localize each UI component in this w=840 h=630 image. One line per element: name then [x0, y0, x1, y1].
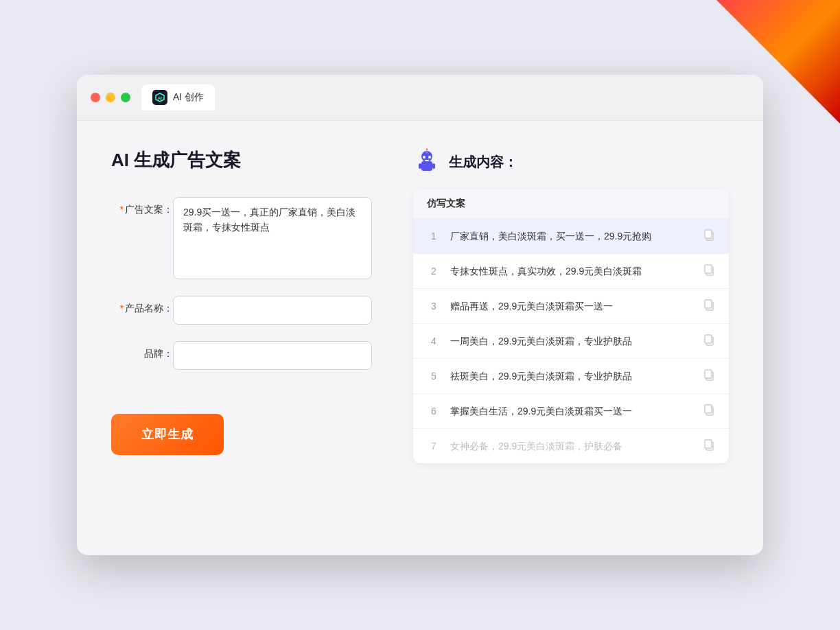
robot-icon	[413, 148, 441, 176]
brand-input[interactable]: 好白	[173, 341, 372, 370]
table-row: 6掌握美白生活，29.9元美白淡斑霜买一送一	[413, 394, 729, 429]
copy-icon[interactable]	[703, 369, 715, 384]
result-header: 生成内容：	[413, 148, 729, 176]
copy-icon[interactable]	[703, 299, 715, 314]
main-content: AI 生成广告文案 *广告文案： 29.9买一送一，真正的厂家直销，美白淡斑霜，…	[77, 121, 763, 491]
svg-rect-7	[419, 163, 421, 169]
left-panel: AI 生成广告文案 *广告文案： 29.9买一送一，真正的厂家直销，美白淡斑霜，…	[111, 148, 372, 463]
minimize-button[interactable]	[106, 93, 115, 102]
title-bar: AI AI 创作	[77, 75, 763, 121]
row-number: 5	[427, 371, 441, 382]
label-ad-copy: *广告文案：	[111, 197, 173, 216]
svg-rect-17	[705, 300, 712, 308]
ai-tab-icon: AI	[152, 90, 167, 105]
copy-icon[interactable]	[703, 404, 715, 419]
browser-window: AI AI 创作 AI 生成广告文案 *广告文案： 29.9买一送一，真正的厂家…	[77, 75, 763, 555]
svg-rect-8	[432, 163, 435, 169]
table-row: 3赠品再送，29.9元美白淡斑霜买一送一	[413, 289, 729, 324]
svg-rect-15	[705, 265, 712, 273]
table-row: 2专抹女性斑点，真实功效，29.9元美白淡斑霜	[413, 254, 729, 289]
row-text: 一周美白，29.9元美白淡斑霜，专业护肤品	[450, 334, 693, 349]
row-number: 3	[427, 301, 441, 312]
row-text: 女神必备，29.9元美白淡斑霜，护肤必备	[450, 439, 693, 454]
svg-rect-21	[705, 370, 712, 378]
table-row: 5祛斑美白，29.9元美白淡斑霜，专业护肤品	[413, 359, 729, 394]
svg-point-5	[428, 156, 431, 159]
row-number: 7	[427, 441, 441, 452]
tab-label: AI 创作	[173, 91, 204, 104]
table-row: 4一周美白，29.9元美白淡斑霜，专业护肤品	[413, 324, 729, 359]
row-text: 祛斑美白，29.9元美白淡斑霜，专业护肤品	[450, 369, 693, 384]
copy-icon[interactable]	[703, 229, 715, 244]
generate-button[interactable]: 立即生成	[111, 414, 224, 455]
row-number: 6	[427, 406, 441, 417]
copy-icon[interactable]	[703, 334, 715, 349]
result-title: 生成内容：	[449, 153, 517, 172]
maximize-button[interactable]	[121, 93, 130, 102]
copy-icon[interactable]	[703, 439, 715, 454]
form-group-ad-copy: *广告文案： 29.9买一送一，真正的厂家直销，美白淡斑霜，专抹女性斑点	[111, 197, 372, 279]
svg-rect-6	[425, 160, 429, 161]
svg-point-4	[423, 156, 425, 159]
svg-text:AI: AI	[158, 96, 162, 100]
window-controls	[91, 93, 130, 102]
results-container: 1厂家直销，美白淡斑霜，买一送一，29.9元抢购 2专抹女性斑点，真实功效，29…	[413, 219, 729, 463]
row-number: 1	[427, 231, 441, 242]
row-number: 4	[427, 336, 441, 347]
label-product-name: *产品名称：	[111, 296, 173, 315]
svg-rect-19	[705, 335, 712, 343]
label-brand: 品牌：	[111, 341, 173, 360]
form-group-product-name: *产品名称： 美白淡斑霜	[111, 296, 372, 325]
svg-point-9	[425, 151, 428, 154]
table-row: 1厂家直销，美白淡斑霜，买一送一，29.9元抢购	[413, 219, 729, 254]
row-text: 专抹女性斑点，真实功效，29.9元美白淡斑霜	[450, 264, 693, 279]
row-text: 厂家直销，美白淡斑霜，买一送一，29.9元抢购	[450, 229, 693, 244]
row-text: 掌握美白生活，29.9元美白淡斑霜买一送一	[450, 404, 693, 419]
svg-rect-25	[705, 440, 712, 448]
right-panel: 生成内容： 仿写文案 1厂家直销，美白淡斑霜，买一送一，29.9元抢购 2专抹女…	[413, 148, 729, 463]
ad-copy-input[interactable]: 29.9买一送一，真正的厂家直销，美白淡斑霜，专抹女性斑点	[173, 197, 372, 279]
row-number: 2	[427, 266, 441, 277]
svg-point-11	[426, 148, 428, 150]
required-star-2: *	[120, 303, 124, 314]
table-row: 7女神必备，29.9元美白淡斑霜，护肤必备	[413, 429, 729, 463]
product-name-input[interactable]: 美白淡斑霜	[173, 296, 372, 325]
svg-rect-13	[705, 230, 712, 238]
page-title: AI 生成广告文案	[111, 148, 372, 172]
svg-rect-3	[421, 161, 432, 171]
svg-rect-23	[705, 405, 712, 413]
table-header: 仿写文案	[413, 189, 729, 219]
tab-ai-creation[interactable]: AI AI 创作	[141, 84, 215, 110]
copy-icon[interactable]	[703, 264, 715, 279]
row-text: 赠品再送，29.9元美白淡斑霜买一送一	[450, 299, 693, 314]
form-group-brand: 品牌： 好白	[111, 341, 372, 370]
required-star: *	[120, 204, 124, 215]
close-button[interactable]	[91, 93, 100, 102]
result-table: 仿写文案 1厂家直销，美白淡斑霜，买一送一，29.9元抢购 2专抹女性斑点，真实…	[413, 189, 729, 463]
